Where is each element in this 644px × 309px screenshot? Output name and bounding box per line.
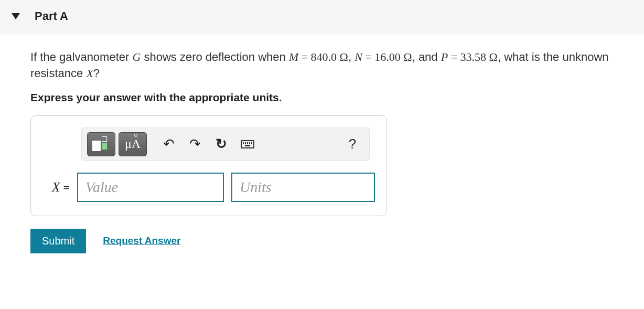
reset-icon: ↻: [216, 136, 227, 152]
help-button[interactable]: ?: [341, 133, 364, 155]
actions-row: Submit Request Answer: [30, 229, 619, 253]
content-area: If the galvanometer G shows zero deflect…: [0, 35, 619, 268]
var-G: G: [132, 50, 141, 63]
val-M: = 840.0: [298, 50, 339, 63]
request-answer-link[interactable]: Request Answer: [103, 235, 180, 247]
caret-down-icon: [12, 13, 20, 19]
templates-button[interactable]: [87, 132, 115, 156]
answer-box: μA ↶ ↷ ↻ ? X =: [30, 115, 387, 216]
unit-ohm: Ω: [489, 50, 498, 63]
var-P: P: [441, 50, 448, 63]
reset-button[interactable]: ↻: [210, 133, 233, 155]
q-text: , and: [412, 50, 441, 63]
instruction-text: Express your answer with the appropriate…: [30, 91, 619, 104]
unit-ohm: Ω: [340, 50, 348, 63]
q-text: shows zero deflection when: [141, 50, 289, 63]
q-text: If the galvanometer: [30, 50, 132, 63]
redo-icon: ↷: [189, 136, 201, 152]
var-M: M: [289, 50, 298, 63]
templates-icon: [92, 136, 110, 152]
val-N: = 16.00: [362, 50, 403, 63]
help-icon: ?: [349, 136, 356, 152]
var-N: N: [355, 50, 362, 63]
symbols-button[interactable]: μA: [119, 132, 147, 156]
unit-ohm: Ω: [403, 50, 412, 63]
units-input[interactable]: [231, 173, 375, 202]
answer-toolbar: μA ↶ ↷ ↻ ?: [81, 127, 370, 161]
answer-input-row: X =: [42, 173, 375, 202]
answer-variable-label: X =: [42, 179, 70, 195]
value-input[interactable]: [77, 173, 224, 202]
q-text: ,: [348, 50, 355, 63]
var-X: X: [86, 67, 93, 80]
redo-button[interactable]: ↷: [184, 133, 207, 155]
part-title: Part A: [35, 9, 68, 23]
undo-button[interactable]: ↶: [157, 133, 180, 155]
keyboard-button[interactable]: [236, 133, 259, 155]
part-header[interactable]: Part A: [0, 0, 644, 35]
submit-button[interactable]: Submit: [30, 229, 86, 253]
q-text: ?: [93, 67, 100, 80]
question-text: If the galvanometer G shows zero deflect…: [30, 49, 619, 82]
answer-variable: X: [52, 179, 60, 195]
undo-icon: ↶: [163, 136, 175, 152]
val-P: = 33.58: [448, 50, 489, 63]
equals-sign: =: [63, 181, 70, 195]
mu-angstrom-icon: μA: [125, 137, 141, 151]
keyboard-icon: [241, 140, 254, 148]
